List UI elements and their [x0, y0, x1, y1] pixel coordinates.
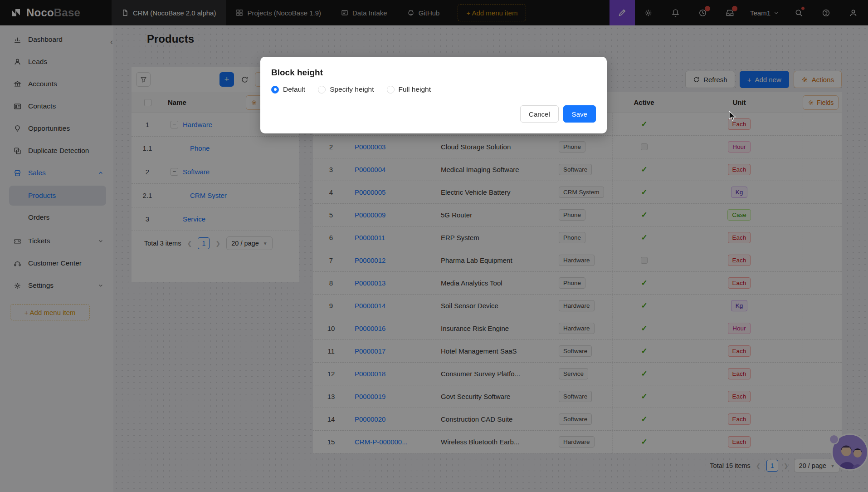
radio-icon [387, 86, 395, 93]
radio-icon [318, 86, 326, 93]
block-height-modal: Block height Default Specify height Full… [260, 57, 607, 133]
cancel-button[interactable]: Cancel [520, 105, 559, 123]
radio-specify-height[interactable]: Specify height [318, 85, 374, 93]
radio-full-height[interactable]: Full height [387, 85, 431, 93]
radio-default[interactable]: Default [271, 85, 305, 93]
radio-icon [271, 86, 279, 93]
modal-footer: Cancel Save [271, 105, 596, 123]
modal-title: Block height [271, 68, 596, 78]
save-button[interactable]: Save [563, 105, 596, 123]
radio-label: Default [283, 85, 305, 93]
radio-label: Full height [399, 85, 431, 93]
radio-label: Specify height [330, 85, 374, 93]
height-options-radio-group: Default Specify height Full height [271, 85, 596, 93]
